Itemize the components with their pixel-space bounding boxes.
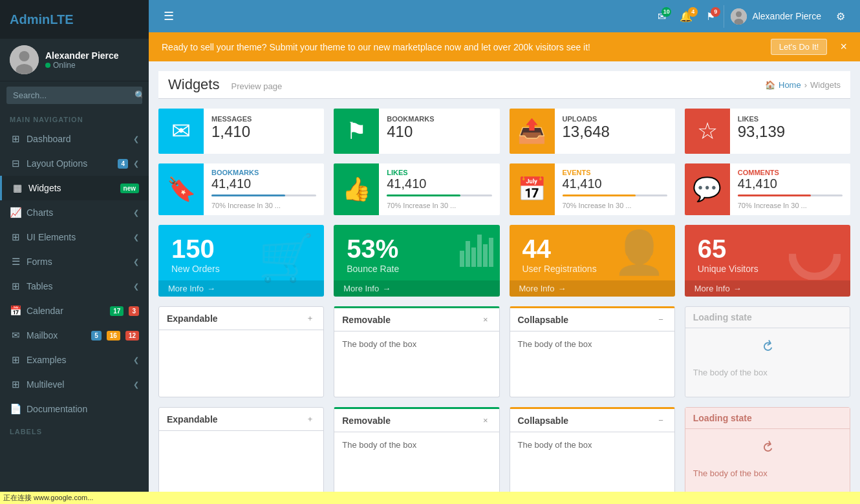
notification-close-button[interactable]: × — [840, 40, 847, 54]
stat-orders-number: 150 — [171, 235, 311, 264]
menu-toggle-button[interactable]: ☰ — [158, 6, 179, 26]
flags-badge: 9 — [711, 7, 720, 17]
expandable-1-expand-button[interactable]: + — [305, 312, 316, 324]
sidebar-item-forms[interactable]: ☰ Forms ❮ — [0, 249, 149, 274]
sidebar-label-mailbox: Mailbox — [27, 330, 86, 341]
sidebar-label-tables: Tables — [27, 281, 128, 291]
info-box-uploads: 📤 UPLOADS 13,648 — [510, 109, 675, 154]
bounce-more-info: More Info — [343, 284, 379, 293]
stat-reg-number: 44 — [522, 235, 662, 264]
events-label: EVENTS — [563, 169, 667, 176]
sidebar-item-widgets[interactable]: ▦ Widgets new — [0, 176, 149, 200]
likes2-sub: 70% Increase In 30 ... — [387, 202, 456, 209]
reg-arrow-icon: → — [557, 284, 566, 293]
sidebar-item-ui[interactable]: ⊞ UI Elements ❮ — [0, 225, 149, 249]
sidebar-item-multilevel[interactable]: ⊞ Multilevel ❮ — [0, 372, 149, 397]
status-dot — [45, 63, 50, 68]
sidebar-label-multilevel: Multilevel — [27, 379, 128, 390]
stat-reg-footer[interactable]: More Info → — [510, 280, 675, 297]
collapsable-1-body: The body of the box — [510, 331, 674, 364]
breadcrumb-home-link[interactable]: Home — [779, 80, 801, 90]
calendar-badge2: 3 — [129, 306, 139, 316]
collapsable-1-collapse-button[interactable]: − — [655, 313, 667, 326]
forms-icon: ☰ — [10, 256, 21, 268]
ui-arrow: ❮ — [133, 233, 139, 242]
box-expandable-1: Expandable + — [158, 306, 324, 397]
stat-box-bounce: 53% Bounce Rate More Info → — [334, 225, 499, 297]
sidebar-item-examples[interactable]: ⊞ Examples ❮ — [0, 348, 149, 372]
info-box-messages: ✉ MESSAGES 1,410 — [158, 109, 324, 154]
examples-arrow: ❮ — [133, 356, 139, 364]
sidebar-item-mailbox[interactable]: ✉ Mailbox 5 16 12 — [0, 323, 149, 348]
events-sub: 70% Increase In 30 ... — [563, 202, 632, 209]
box-expandable-2: Expandable + — [158, 407, 324, 498]
info-box-events: 📅 EVENTS 41,410 70% Increase In 30 ... — [510, 163, 675, 215]
user-panel: Alexander Pierce Online — [0, 39, 149, 81]
search-button[interactable]: 🔍 — [128, 87, 142, 104]
messages-button[interactable]: ✉ 10 — [652, 7, 671, 26]
settings-button[interactable]: ⚙ — [831, 7, 850, 26]
sidebar-header: AdminLTE — [0, 0, 149, 39]
svg-point-1 — [19, 51, 30, 61]
box-loading-1-header: Loading state — [685, 307, 850, 328]
sidebar-item-documentation[interactable]: 📄 Documentation — [0, 397, 149, 421]
removable-1-tools: × — [480, 313, 491, 326]
likes-icon-area: ☆ — [685, 109, 730, 154]
notification-text: Ready to sell your theme? Submit your th… — [162, 42, 764, 52]
sidebar-label-dashboard: Dashboard — [27, 134, 128, 144]
removable-2-close-button[interactable]: × — [480, 414, 491, 426]
stat-vis-footer[interactable]: More Info → — [685, 280, 850, 297]
widget-boxes-row4: Expandable + Removable × The body of the… — [158, 407, 850, 498]
collapsable-2-collapse-button[interactable]: − — [655, 414, 667, 426]
breadcrumb-home-icon: 🏠 — [765, 80, 775, 90]
box-collapsable-2: Collapsable − The body of the box — [510, 407, 675, 498]
sidebar-item-layout[interactable]: ⊟ Layout Options 4 ❮ — [0, 151, 149, 176]
box-expandable-1-header: Expandable + — [159, 307, 323, 330]
search-input[interactable] — [6, 87, 128, 104]
stat-bounce-footer[interactable]: More Info → — [334, 280, 499, 297]
bookmarks2-icon: 🔖 — [158, 163, 204, 215]
events-value: 41,410 — [563, 176, 667, 191]
dashboard-icon: ⊞ — [10, 133, 21, 145]
topbar-avatar — [731, 8, 747, 25]
sidebar-item-charts[interactable]: 📈 Charts ❮ — [0, 200, 149, 225]
page-subtitle: Preview page — [231, 81, 282, 91]
status-label: Online — [53, 61, 76, 70]
sidebar-item-tables[interactable]: ⊞ Tables ❮ — [0, 274, 149, 299]
topbar-right: ✉ 10 🔔 4 ⚑ 9 Alexander Pierce ⚙ — [652, 5, 850, 28]
stat-box-registrations: 44 User Registrations 👤 More Info → — [510, 225, 675, 297]
notifications-badge: 4 — [688, 7, 698, 17]
info-box-likes2: 👍 LIKES 41,410 70% Increase In 30 ... — [334, 163, 499, 215]
content-area: Ready to sell your theme? Submit your th… — [149, 32, 860, 504]
sidebar-label-calendar: Calendar — [27, 306, 105, 316]
loading-1-body: The body of the box — [685, 364, 850, 397]
info-box-likes: ☆ LIKES 93,139 — [685, 109, 850, 154]
uploads-value: 13,648 — [563, 123, 610, 140]
removable-2-tools: × — [480, 414, 491, 426]
removable-1-close-button[interactable]: × — [480, 313, 491, 326]
bookmarks-value: 410 — [387, 123, 413, 140]
flags-button[interactable]: ⚑ 9 — [701, 7, 720, 26]
sidebar-item-dashboard[interactable]: ⊞ Dashboard ❮ — [0, 127, 149, 151]
loading-2-spinner-area: ↻ — [685, 429, 850, 465]
stat-vis-label: Unique Visitors — [698, 264, 758, 274]
stat-box-visitors: 65 Unique Visitors More Info → — [685, 225, 850, 297]
bar-chart-icon — [460, 228, 493, 267]
stat-orders-footer[interactable]: More Info → — [158, 280, 324, 297]
collapsable-1-title: Collapsable — [518, 315, 569, 325]
notification-action-button[interactable]: Let's Do It! — [771, 39, 828, 55]
mailbox-icon: ✉ — [10, 330, 21, 341]
topbar: ☰ ✉ 10 🔔 4 ⚑ 9 Alexander Pierce ⚙ — [149, 0, 860, 32]
mailbox-badge1: 5 — [91, 331, 102, 341]
mailbox-badge2: 16 — [107, 331, 120, 341]
likes2-content: LIKES 41,410 70% Increase In 30 ... — [379, 163, 499, 215]
notifications-button[interactable]: 🔔 4 — [674, 7, 698, 26]
sidebar-item-calendar[interactable]: 📅 Calendar 17 3 — [0, 299, 149, 323]
breadcrumb: 🏠 Home › Widgets — [765, 80, 841, 90]
expandable-2-expand-button[interactable]: + — [305, 413, 316, 425]
stat-box-orders: 150 New Orders 🛒 More Info → — [158, 225, 324, 297]
charts-icon: 📈 — [10, 207, 21, 218]
events-content: EVENTS 41,410 70% Increase In 30 ... — [555, 163, 675, 215]
tables-arrow: ❮ — [133, 282, 139, 291]
user-menu[interactable]: Alexander Pierce — [724, 5, 828, 28]
